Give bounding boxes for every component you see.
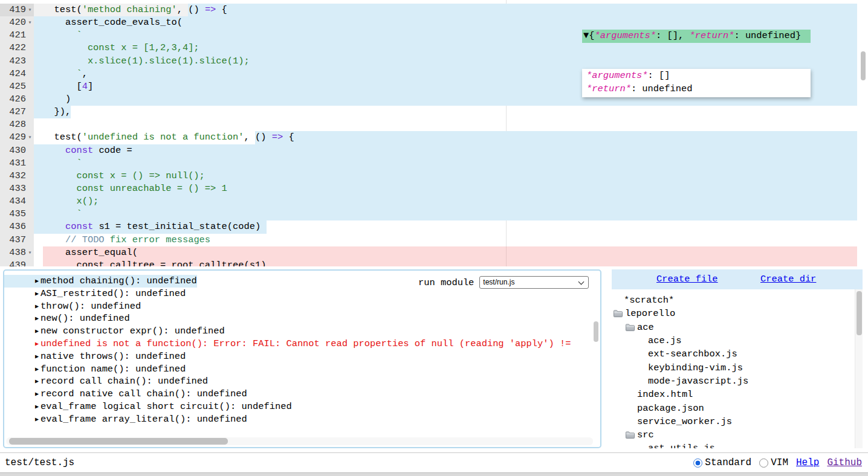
calltree-row[interactable]: ▶undefined is not a function(): Error: F…: [4, 338, 600, 350]
expand-triangle-icon[interactable]: ▶: [35, 353, 39, 360]
gutter-cell[interactable]: 432: [0, 170, 34, 182]
gutter-cell[interactable]: 438▾: [0, 246, 34, 259]
run-module-select[interactable]: test/run.js: [479, 276, 589, 289]
keybinding-option-vim[interactable]: VIM: [759, 457, 788, 468]
calltree-row[interactable]: ▶new(): undefined: [4, 312, 600, 325]
code-line[interactable]: `: [34, 208, 857, 220]
radio-unselected-icon[interactable]: [759, 458, 768, 468]
code-token: =>: [272, 132, 283, 143]
gutter-cell[interactable]: 419▾: [0, 4, 34, 16]
gutter-cell[interactable]: 424: [0, 68, 34, 80]
expand-triangle-icon[interactable]: ▶: [35, 291, 39, 297]
tree-file-package-json[interactable]: package.json: [612, 401, 854, 414]
line-number: 419: [9, 4, 26, 16]
gutter-cell[interactable]: 427: [0, 106, 34, 118]
gutter-cell[interactable]: 428: [0, 118, 34, 131]
fold-arrow-icon[interactable]: ▾: [26, 16, 34, 29]
code-token: 'undefined is not a function': [82, 132, 244, 143]
tree-folder-leporello[interactable]: leporello: [612, 307, 854, 320]
create-dir-link[interactable]: Create dir: [760, 274, 816, 285]
gutter-cell[interactable]: 422: [0, 42, 34, 54]
code-line[interactable]: const x = () => null();: [34, 170, 857, 182]
code-line[interactable]: x();: [34, 195, 857, 208]
expand-triangle-icon[interactable]: ▶: [35, 378, 39, 385]
calltree-row[interactable]: ▶eval_frame array_literal(): undefined: [4, 413, 600, 426]
keybinding-option-standard[interactable]: Standard: [693, 457, 751, 468]
create-file-link[interactable]: Create file: [656, 274, 718, 285]
expand-triangle-icon[interactable]: ▶: [35, 315, 39, 322]
code-line[interactable]: const s1 = test_initial_state(code): [34, 220, 857, 233]
radio-selected-icon[interactable]: [693, 458, 702, 468]
calltree-row-label: method chaining(): undefined: [40, 275, 197, 286]
gutter-cell[interactable]: 430: [0, 144, 34, 157]
calltree-row[interactable]: ▶new constructor expr(): undefined: [4, 325, 600, 338]
expand-triangle-icon[interactable]: ▶: [35, 366, 39, 373]
code-line[interactable]: // TODO fix error messages: [34, 234, 857, 246]
tree-file-ext-searchbox-js[interactable]: ext-searchbox.js: [612, 347, 854, 361]
gutter-cell[interactable]: 436: [0, 220, 34, 233]
calltree-row[interactable]: ▶eval_frame logical short circuit(): und…: [4, 400, 600, 413]
expand-triangle-icon[interactable]: ▶: [35, 303, 39, 310]
gutter-cell[interactable]: 425: [0, 80, 34, 93]
tree-file-service-worker-js[interactable]: service_worker.js: [612, 415, 854, 428]
fold-arrow-icon[interactable]: ▾: [26, 131, 34, 144]
help-link[interactable]: Help: [796, 457, 819, 468]
fold-arrow-icon[interactable]: ▾: [26, 246, 34, 259]
tree-file-ast-utils-js[interactable]: ast_utils.js: [612, 442, 854, 448]
gutter-cell[interactable]: 423: [0, 55, 34, 68]
code-line[interactable]: `: [34, 157, 857, 170]
gutter-cell[interactable]: 431: [0, 157, 34, 170]
gutter-cell[interactable]: 421: [0, 29, 34, 42]
folder-icon: [613, 309, 623, 318]
code-editor[interactable]: 419▾ test('method chaining', () => {420▾…: [0, 0, 868, 266]
calltree-row[interactable]: ▶method chaining(): undefined: [4, 275, 197, 288]
calltree-row[interactable]: ▶ASI_restrited(): undefined: [4, 288, 600, 300]
tree-file-index-html[interactable]: index.html: [612, 388, 854, 401]
tree-folder-src[interactable]: src: [612, 428, 854, 442]
output-vertical-scrollbar-thumb[interactable]: [594, 321, 598, 342]
fold-arrow-icon[interactable]: ▾: [26, 4, 34, 16]
gutter-cell[interactable]: 426: [0, 93, 34, 106]
code-token: fix error messages: [105, 234, 210, 245]
code-line[interactable]: const code =: [34, 144, 857, 157]
gutter-cell[interactable]: 439: [0, 259, 34, 266]
files-scrollbar[interactable]: [855, 289, 863, 448]
tooltip-entry[interactable]: *return*: undefined: [586, 83, 811, 96]
calltree-row[interactable]: ▶native throws(): undefined: [4, 350, 600, 363]
expand-triangle-icon[interactable]: ▶: [35, 278, 39, 285]
tree-file--scratch-[interactable]: *scratch*: [612, 294, 854, 307]
gutter-cell[interactable]: 437: [0, 234, 34, 246]
expand-triangle-icon[interactable]: ▶: [35, 404, 39, 410]
gutter-cell[interactable]: 429▾: [0, 131, 34, 144]
tree-file-keybinding-vim-js[interactable]: keybinding-vim.js: [612, 361, 854, 374]
expand-triangle-icon[interactable]: ▶: [35, 391, 39, 397]
expand-triangle-icon[interactable]: ▶: [35, 416, 39, 423]
code-line[interactable]: const calltree = root_calltree(s1): [34, 259, 857, 266]
code-line[interactable]: assert_equal(: [34, 246, 857, 259]
tooltip-header-row[interactable]: ▼{*arguments*: [], *return*: undefined}: [582, 30, 811, 43]
code-line[interactable]: test('undefined is not a function', () =…: [34, 131, 857, 144]
line-number: 423: [9, 55, 26, 68]
expand-triangle-icon[interactable]: ▶: [35, 341, 39, 347]
code-token: s1 = test_initial_state(code): [93, 221, 261, 232]
editor-scrollbar-thumb[interactable]: [861, 51, 866, 80]
code-line[interactable]: const unreachable = () => 1: [34, 182, 857, 195]
files-scrollbar-thumb[interactable]: [857, 291, 862, 335]
gutter-cell[interactable]: 434: [0, 195, 34, 208]
github-link[interactable]: Github: [827, 457, 862, 468]
calltree-row[interactable]: ▶throw(): undefined: [4, 300, 600, 313]
calltree-row[interactable]: ▶function name(): undefined: [4, 363, 600, 376]
gutter-cell[interactable]: 433: [0, 182, 34, 195]
expand-triangle-icon[interactable]: ▶: [35, 328, 39, 335]
calltree-row[interactable]: ▶record call chain(): undefined: [4, 375, 600, 388]
gutter-cell[interactable]: 420▾: [0, 16, 34, 29]
output-horizontal-scrollbar[interactable]: [6, 437, 593, 445]
gutter-cell[interactable]: 435: [0, 208, 34, 220]
tree-folder-ace[interactable]: ace: [612, 321, 854, 334]
calltree-row[interactable]: ▶record native call chain(): undefined: [4, 388, 600, 400]
tooltip-entry[interactable]: *arguments*: []: [586, 69, 811, 83]
tree-file-ace-js[interactable]: ace.js: [612, 334, 854, 347]
output-hscroll-thumb[interactable]: [9, 438, 228, 445]
tree-file-mode-javascript-js[interactable]: mode-javascript.js: [612, 375, 854, 388]
editor-scrollbar[interactable]: [860, 0, 867, 266]
